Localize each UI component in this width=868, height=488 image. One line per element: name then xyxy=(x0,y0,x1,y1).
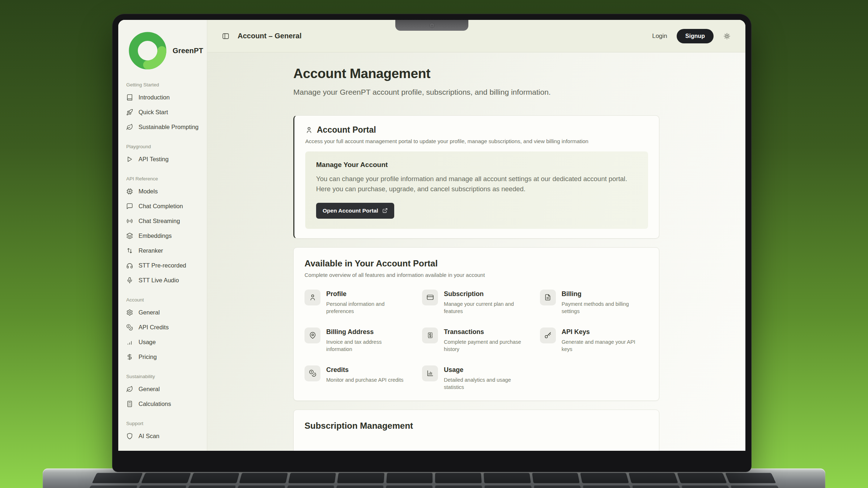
keyboard-key xyxy=(435,473,482,483)
keyboard-key xyxy=(386,485,433,488)
laptop-notch xyxy=(395,20,468,31)
feature-description: Generate and manage your API keys xyxy=(562,338,644,353)
headphones-icon xyxy=(126,262,133,269)
feature-title: Usage xyxy=(444,366,526,374)
feature-description: Complete payment and purchase history xyxy=(444,338,526,353)
credit-card-icon xyxy=(426,294,434,301)
theme-toggle-sun-icon[interactable] xyxy=(723,32,731,40)
sidebar-section-label: Sustainability xyxy=(126,374,203,379)
sidebar-item-quick-start[interactable]: Quick Start xyxy=(126,105,203,120)
breadcrumb: Account – General xyxy=(238,32,302,40)
sidebar-item-ai-scan[interactable]: AI Scan xyxy=(126,429,203,444)
feature-item-subscription: Subscription Manage your current plan an… xyxy=(422,290,530,315)
keyboard-key xyxy=(583,485,633,488)
sidebar-item-models[interactable]: Models xyxy=(126,184,203,199)
sidebar-section: Account General API Credits Usage Pricin… xyxy=(126,297,203,364)
feature-item-billing: Billing Payment methods and billing sett… xyxy=(540,290,648,315)
feature-description: Detailed analytics and usage statistics xyxy=(444,376,526,391)
shield-icon xyxy=(126,433,133,440)
feature-item-billing-address: Billing Address Invoice and tax address … xyxy=(305,328,413,353)
feature-icon-tile xyxy=(422,328,438,343)
sidebar-item-chat-completion[interactable]: Chat Completion xyxy=(126,199,203,214)
open-account-portal-label: Open Account Portal xyxy=(323,207,378,214)
feature-title: Billing Address xyxy=(326,328,409,336)
sidebar-section-label: Getting Started xyxy=(126,82,203,87)
feature-description: Monitor and purchase API credits xyxy=(326,376,404,384)
sidebar-section-label: Playground xyxy=(126,144,203,149)
sidebar-item-stt-live-audio[interactable]: STT Live Audio xyxy=(126,273,203,288)
keyboard-key xyxy=(629,473,678,483)
keyboard-key xyxy=(92,473,143,483)
keyboard-key xyxy=(335,485,383,488)
sidebar-nav: Getting Started Introduction Quick Start… xyxy=(126,82,203,444)
portal-card-description: Access your full account management port… xyxy=(305,138,648,144)
sidebar-item-api-testing[interactable]: API Testing xyxy=(126,152,203,167)
leaf-icon xyxy=(126,386,133,393)
feature-description: Manage your current plan and features xyxy=(444,300,526,315)
login-button[interactable]: Login xyxy=(652,33,667,40)
sidebar-item-stt-pre-recorded[interactable]: STT Pre-recorded xyxy=(126,258,203,273)
layers-icon xyxy=(126,232,133,239)
features-card: Available in Your Account Portal Complet… xyxy=(293,247,659,401)
feature-item-profile: Profile Personal information and prefere… xyxy=(305,290,413,315)
coins-icon xyxy=(309,369,316,377)
keyboard-key xyxy=(677,473,727,483)
feature-icon-tile xyxy=(305,328,320,343)
sidebar-item-reranker[interactable]: Reranker xyxy=(126,243,203,258)
keyboard-key xyxy=(285,485,334,488)
sidebar-item-introduction[interactable]: Introduction xyxy=(126,90,203,105)
open-account-portal-button[interactable]: Open Account Portal xyxy=(316,203,394,219)
keyboard-key xyxy=(681,485,732,488)
sidebar-section: Sustainability General Calculations xyxy=(126,374,203,411)
features-card-title: Available in Your Account Portal xyxy=(305,258,648,269)
feature-title: Credits xyxy=(326,366,404,374)
chat-bubble-icon xyxy=(126,203,133,210)
sidebar-section: Support AI Scan xyxy=(126,421,203,444)
sidebar-item-api-credits[interactable]: API Credits xyxy=(126,320,203,335)
keyboard-key xyxy=(186,485,236,488)
microphone-icon xyxy=(126,277,133,284)
sidebar-item-pricing[interactable]: Pricing xyxy=(126,350,203,364)
key-icon xyxy=(544,331,552,339)
greenpt-logo-icon xyxy=(126,29,169,72)
keyboard-key xyxy=(484,473,531,483)
coins-icon xyxy=(126,324,133,331)
feature-description: Personal information and preferences xyxy=(326,300,409,315)
external-link-icon xyxy=(382,208,388,213)
sidebar-item-usage[interactable]: Usage xyxy=(126,335,203,350)
feature-title: Subscription xyxy=(444,290,526,298)
sidebar-section-label: Account xyxy=(126,297,203,303)
sidebar-item-general[interactable]: General xyxy=(126,305,203,320)
feature-item-transactions: Transactions Complete payment and purcha… xyxy=(422,328,530,353)
person-icon xyxy=(309,294,316,301)
header: Account – General Login Signup xyxy=(207,20,745,52)
desktop-background: GreenPT Getting Started Introduction Qui… xyxy=(0,0,868,488)
keyboard-key xyxy=(386,473,433,483)
invoice-icon xyxy=(544,294,552,301)
keyboard-key xyxy=(136,485,187,488)
sidebar-toggle-icon[interactable] xyxy=(222,32,230,40)
feature-icon-tile xyxy=(305,290,320,305)
manage-account-panel: Manage Your Account You can change your … xyxy=(305,151,648,229)
feature-item-api-keys: API Keys Generate and manage your API ke… xyxy=(540,328,648,353)
keyboard-key xyxy=(580,473,629,483)
keyboard-key xyxy=(239,473,288,483)
keyboard-key xyxy=(190,473,239,483)
app-logo[interactable]: GreenPT xyxy=(126,29,203,72)
page-title: Account Management xyxy=(293,66,659,81)
sidebar-item-sustainable-prompting[interactable]: Sustainable Prompting xyxy=(126,120,203,134)
app-window: GreenPT Getting Started Introduction Qui… xyxy=(118,20,745,451)
sidebar-item-calculations[interactable]: Calculations xyxy=(126,397,203,411)
content-column: Account Management Manage your GreenPT a… xyxy=(293,66,659,451)
sidebar-item-chat-streaming[interactable]: Chat Streaming xyxy=(126,214,203,228)
signup-button[interactable]: Signup xyxy=(677,29,714,43)
feature-icon-tile xyxy=(540,328,556,343)
leaf-icon xyxy=(126,124,133,130)
keyboard-key xyxy=(725,473,776,483)
sidebar-item-general[interactable]: General xyxy=(126,382,203,397)
page-subtitle: Manage your GreenPT account profile, sub… xyxy=(293,88,659,97)
sidebar-item-embeddings[interactable]: Embeddings xyxy=(126,228,203,243)
chart-icon xyxy=(426,369,434,377)
feature-icon-tile xyxy=(422,290,438,305)
app-logo-text: GreenPT xyxy=(173,47,203,55)
